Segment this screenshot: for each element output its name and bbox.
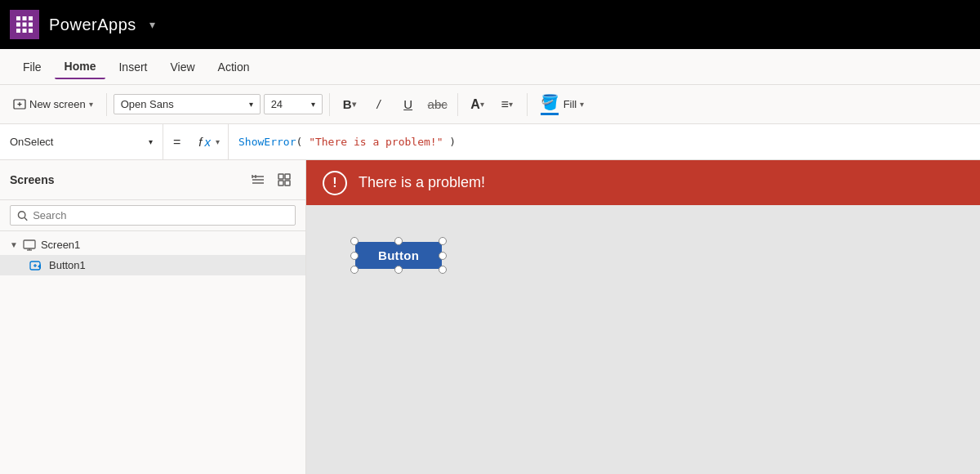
menu-insert[interactable]: Insert <box>109 56 157 78</box>
svg-rect-23 <box>24 240 35 248</box>
formula-function-name: ShowError <box>238 136 296 148</box>
font-family-dropdown[interactable]: Open Sans ▾ <box>114 94 261 114</box>
tree-item-screen1[interactable]: ▼ Screen1 <box>0 235 305 255</box>
search-icon <box>17 210 28 221</box>
italic-button[interactable]: / <box>366 92 392 118</box>
svg-rect-1 <box>23 16 27 20</box>
text-align-button[interactable]: ≡ ▾ <box>494 92 520 118</box>
formula-bar: OnSelect ▾ = fx ▾ ShowError( "There is a… <box>0 124 980 160</box>
svg-rect-20 <box>285 181 290 186</box>
font-size-chevron: ▾ <box>311 100 315 109</box>
font-size-dropdown[interactable]: 24 ▾ <box>264 94 323 114</box>
font-color-icon: A <box>470 97 480 112</box>
svg-rect-17 <box>278 174 283 179</box>
button-icon <box>29 260 44 271</box>
sidebar-search <box>0 200 305 231</box>
app-title-chevron[interactable]: ▾ <box>149 18 155 31</box>
equals-sign: = <box>163 135 190 150</box>
fill-icon: 🪣 <box>541 93 559 111</box>
svg-rect-5 <box>29 23 33 27</box>
svg-point-21 <box>18 211 24 217</box>
formula-string-arg: "There is a problem!" <box>309 136 443 148</box>
bold-chevron: ▾ <box>352 100 356 109</box>
svg-rect-2 <box>29 16 33 20</box>
svg-rect-0 <box>16 16 20 20</box>
handle-middle-right[interactable] <box>439 252 447 260</box>
screens-title: Screens <box>10 173 54 186</box>
screen1-label: Screen1 <box>41 239 80 251</box>
main-layout: Screens <box>0 160 980 474</box>
fx-label: x <box>205 135 212 149</box>
svg-line-22 <box>24 217 27 220</box>
tree-item-button1[interactable]: Button1 <box>0 255 305 275</box>
fx-icon: f <box>198 135 202 149</box>
sidebar-header: Screens <box>0 160 305 200</box>
sidebar: Screens <box>0 160 306 474</box>
align-chevron: ▾ <box>509 100 513 109</box>
separator-1 <box>106 93 107 116</box>
screen1-chevron: ▼ <box>10 240 18 249</box>
handle-middle-left[interactable] <box>350 252 359 260</box>
screen-icon <box>23 239 36 251</box>
button1-label: Button1 <box>49 259 86 271</box>
error-icon: ! <box>323 171 347 195</box>
handle-top-middle[interactable] <box>394 237 403 245</box>
top-bar: PowerApps ▾ <box>0 0 980 49</box>
grid-view-button[interactable] <box>273 168 296 191</box>
error-banner: ! There is a problem! <box>306 160 980 205</box>
svg-rect-4 <box>23 23 27 27</box>
handle-bottom-middle[interactable] <box>394 266 403 274</box>
font-family-value: Open Sans <box>121 98 174 110</box>
handle-top-left[interactable] <box>350 237 359 245</box>
list-view-button[interactable] <box>247 168 270 191</box>
fx-button[interactable]: fx ▾ <box>190 124 229 159</box>
error-message: There is a problem! <box>359 174 485 191</box>
formula-input[interactable]: ShowError( "There is a problem!" ) <box>229 136 980 148</box>
font-family-chevron: ▾ <box>249 100 253 109</box>
property-chevron: ▾ <box>149 137 153 146</box>
fill-label: Fill <box>564 98 577 110</box>
menu-bar: File Home Insert View Action <box>0 49 980 85</box>
fill-button[interactable]: 🪣 Fill ▾ <box>534 90 591 118</box>
font-color-chevron: ▾ <box>480 100 484 109</box>
menu-home[interactable]: Home <box>55 55 106 79</box>
menu-view[interactable]: View <box>160 56 204 78</box>
search-input[interactable] <box>33 209 288 221</box>
svg-rect-6 <box>16 29 20 33</box>
tree-area: ▼ Screen1 Button1 <box>0 231 305 474</box>
canvas-button-wrapper: Button <box>355 242 442 269</box>
separator-2 <box>329 93 330 116</box>
canvas-area: ! There is a problem! Button <box>306 160 980 474</box>
property-value: OnSelect <box>10 136 53 148</box>
handle-bottom-left[interactable] <box>350 266 359 274</box>
menu-file[interactable]: File <box>13 56 51 78</box>
svg-rect-3 <box>16 23 20 27</box>
sidebar-view-icons <box>247 168 296 191</box>
fill-underline <box>541 113 559 115</box>
font-color-button[interactable]: A ▾ <box>465 92 491 118</box>
canvas-background <box>306 160 980 474</box>
menu-action[interactable]: Action <box>208 56 260 78</box>
fill-chevron: ▾ <box>580 100 584 109</box>
new-screen-button[interactable]: New screen ▾ <box>7 95 100 114</box>
property-dropdown[interactable]: OnSelect ▾ <box>0 124 163 159</box>
search-input-wrapper <box>10 205 296 226</box>
new-screen-chevron: ▾ <box>89 100 93 109</box>
font-size-value: 24 <box>271 98 283 110</box>
bold-button[interactable]: B ▾ <box>336 92 363 118</box>
fx-chevron: ▾ <box>216 137 220 146</box>
svg-rect-7 <box>23 29 27 33</box>
separator-4 <box>527 93 528 116</box>
svg-rect-19 <box>278 181 283 186</box>
align-icon: ≡ <box>501 97 508 112</box>
separator-3 <box>457 93 458 116</box>
underline-button[interactable]: U <box>395 92 421 118</box>
toolbar: New screen ▾ Open Sans ▾ 24 ▾ B ▾ / U ab… <box>0 85 980 124</box>
app-title: PowerApps <box>49 16 136 34</box>
new-screen-label: New screen <box>29 98 86 110</box>
svg-rect-18 <box>285 174 290 179</box>
svg-rect-8 <box>29 29 33 33</box>
strikethrough-button[interactable]: abc <box>425 92 451 118</box>
app-grid-icon[interactable] <box>10 10 39 39</box>
